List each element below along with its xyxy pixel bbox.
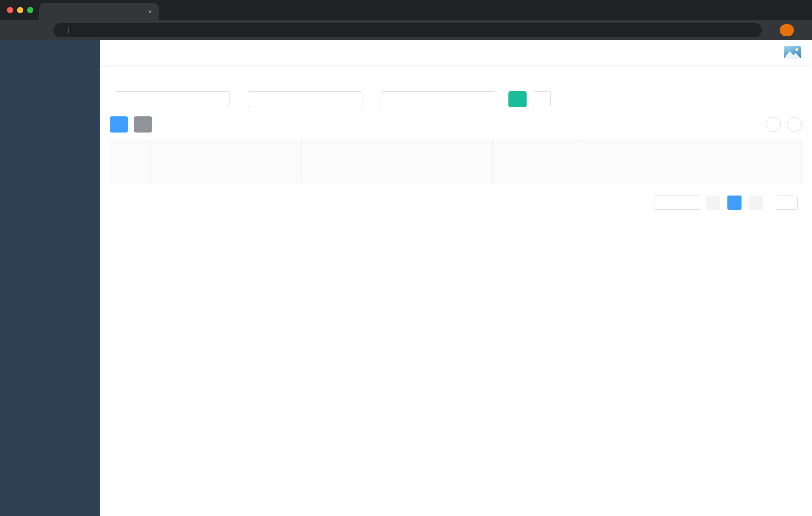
screen: × | [0,0,812,516]
category-select[interactable] [381,91,495,107]
filter-group-name [243,91,362,107]
window-minimize-button[interactable] [17,7,23,13]
table-header [110,140,802,183]
col-header-name [150,140,251,183]
address-divider: | [67,26,69,34]
main-area [100,40,812,516]
browser-tab[interactable]: × [39,3,159,20]
browser-chrome: × | [0,0,812,40]
back-icon[interactable] [4,22,19,37]
col-header-created [402,140,493,183]
app-logo-row[interactable] [0,40,100,65]
browser-toolbar: | [0,20,812,40]
reset-button[interactable] [532,91,551,107]
window-close-button[interactable] [7,7,13,13]
tags-view [100,65,812,82]
col-header-actions [577,140,802,183]
user-menu[interactable] [784,46,804,59]
window-controls [7,7,33,13]
prev-page-button[interactable] [706,195,720,210]
page-size-select[interactable] [654,195,701,210]
browser-update-button[interactable] [780,24,794,36]
col-header-deploy-group [493,140,577,162]
goto-page-input[interactable] [776,195,798,210]
tab-close-icon[interactable]: × [146,7,154,16]
search-button[interactable] [509,91,527,107]
models-table [110,140,802,184]
window-zoom-button[interactable] [27,7,33,13]
filter-bar [110,91,802,107]
browser-tabstrip: × [0,0,812,20]
navbar-actions [775,46,804,59]
process-name-input[interactable] [248,91,362,107]
forward-icon[interactable] [19,22,34,37]
sidebar [0,40,100,516]
address-bar[interactable]: | [53,23,762,37]
import-process-button[interactable] [134,116,152,133]
col-header-version [493,162,533,183]
page-number-1[interactable] [727,195,742,210]
filter-group-category [376,91,495,107]
navbar [100,40,812,65]
page-content [100,82,812,516]
filter-group-key [110,91,230,107]
next-page-button[interactable] [749,195,763,210]
pagination [110,195,802,210]
reload-icon[interactable] [34,22,49,37]
col-header-form [301,140,402,183]
create-process-button[interactable] [110,116,128,133]
toggle-search-button[interactable] [766,117,781,132]
avatar [784,46,801,59]
col-header-status [533,162,577,183]
sidebar-menu [0,65,100,516]
table-toolbar [110,116,802,133]
refresh-table-button[interactable] [787,117,802,132]
table-toolbar-right [766,117,802,132]
pagination-goto [772,195,802,210]
col-header-id [110,140,150,183]
col-header-category [251,140,301,183]
app [0,40,812,516]
process-key-input[interactable] [115,91,230,107]
